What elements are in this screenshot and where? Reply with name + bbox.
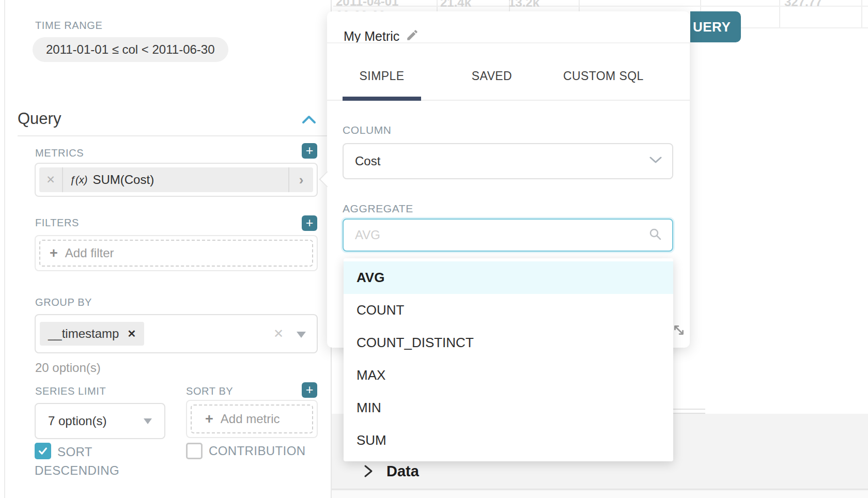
time-range-filter[interactable]: 2011-01-01 ≤ col < 2011-06-30 (33, 37, 228, 62)
chevron-right-icon (363, 464, 374, 480)
contribution-checkbox[interactable] (186, 443, 203, 459)
metric-chip-body[interactable]: ƒ(x)SUM(Cost) (63, 167, 288, 192)
add-sort-metric-dropzone[interactable]: + Add metric (191, 404, 313, 433)
popover-header-divider (327, 42, 690, 43)
sort-by-label: SORT BY (186, 385, 233, 397)
query-section-title: Query (18, 110, 61, 128)
run-query-button[interactable]: UERY (690, 11, 741, 42)
group-by-label: GROUP BY (35, 297, 92, 308)
contribution-label: CONTRIBUTION (209, 443, 305, 459)
remove-metric-icon[interactable]: ✕ (39, 167, 63, 192)
group-by-options-hint: 20 option(s) (35, 361, 101, 375)
resize-handle-icon[interactable] (672, 323, 686, 339)
filters-container: + Add filter (35, 235, 318, 271)
series-limit-label: SERIES LIMIT (35, 385, 106, 397)
popover-title: My Metric (344, 29, 399, 44)
option-min[interactable]: MIN (344, 392, 673, 424)
column-select-value: Cost (355, 144, 380, 178)
option-avg[interactable]: AVG (344, 261, 673, 294)
column-label: COLUMN (343, 124, 392, 136)
data-panel-footer (332, 491, 868, 498)
sort-descending-control[interactable]: SORT DESCENDING (35, 443, 143, 480)
tab-custom-sql[interactable]: CUSTOM SQL (563, 69, 642, 83)
clear-all-icon[interactable]: ✕ (273, 326, 284, 341)
option-count[interactable]: COUNT (344, 294, 673, 326)
dropdown-caret-icon (144, 418, 152, 424)
option-count-distinct[interactable]: COUNT_DISTINCT (344, 326, 673, 359)
option-sum[interactable]: SUM (344, 424, 673, 457)
sort-descending-checkbox[interactable] (35, 443, 51, 459)
metric-expand-icon[interactable]: › (288, 167, 313, 192)
aggregate-search-input[interactable]: AVG (343, 219, 673, 252)
search-icon (648, 227, 662, 243)
option-max[interactable]: MAX (344, 359, 673, 392)
filters-label: FILTERS (35, 217, 79, 229)
group-by-tag: __timestamp ✕ (40, 322, 144, 346)
function-icon: ƒ(x) (70, 174, 87, 186)
metrics-container: ✕ ƒ(x)SUM(Cost) › (35, 163, 318, 197)
edit-pencil-icon[interactable] (406, 28, 419, 44)
add-filter-dropzone[interactable]: + Add filter (39, 240, 313, 267)
add-sort-metric-button[interactable]: + (302, 382, 317, 398)
series-limit-select[interactable]: 7 option(s) (35, 403, 165, 439)
chevron-down-icon (649, 157, 662, 166)
metric-chip-label: SUM(Cost) (92, 173, 154, 187)
add-sort-metric-placeholder: Add metric (221, 412, 280, 426)
tab-simple[interactable]: SIMPLE (343, 69, 421, 83)
series-limit-value: 7 option(s) (48, 404, 106, 438)
tab-saved[interactable]: SAVED (453, 69, 531, 83)
table-gridline (861, 0, 862, 27)
data-panel-title: Data (386, 463, 419, 480)
sort-by-container: + Add metric (186, 400, 318, 438)
table-gridline (779, 0, 780, 27)
column-select[interactable]: Cost (343, 143, 673, 179)
remove-tag-icon[interactable]: ✕ (127, 328, 136, 340)
group-by-tag-label: __timestamp (48, 326, 119, 341)
dropdown-caret-icon[interactable] (297, 332, 306, 338)
plus-icon: + (205, 411, 213, 427)
time-range-label: TIME RANGE (35, 20, 102, 32)
data-panel-header[interactable]: Data (332, 460, 868, 490)
aggregate-label: AGGREGATE (343, 203, 413, 215)
table-cell-value: 21.4k (440, 0, 471, 10)
chevron-up-icon[interactable] (302, 115, 316, 126)
contribution-control[interactable]: CONTRIBUTION (186, 443, 305, 459)
table-cell-value: 327.77 (784, 0, 822, 9)
aggregate-dropdown: AVG COUNT COUNT_DISTINCT MAX MIN SUM (344, 258, 673, 461)
metrics-label: METRICS (35, 147, 84, 159)
group-by-select[interactable]: __timestamp ✕ ✕ (35, 314, 318, 353)
metric-chip[interactable]: ✕ ƒ(x)SUM(Cost) › (39, 167, 313, 192)
plus-icon: + (50, 245, 58, 261)
add-filter-placeholder: Add filter (65, 246, 114, 260)
panel-left-border (4, 0, 5, 498)
aggregate-placeholder: AVG (355, 220, 380, 251)
active-tab-indicator (343, 97, 421, 101)
add-metric-button[interactable]: + (302, 143, 317, 159)
section-divider (18, 135, 330, 136)
add-filter-button[interactable]: + (302, 215, 317, 231)
table-cell-value: 13.2k (508, 0, 539, 10)
